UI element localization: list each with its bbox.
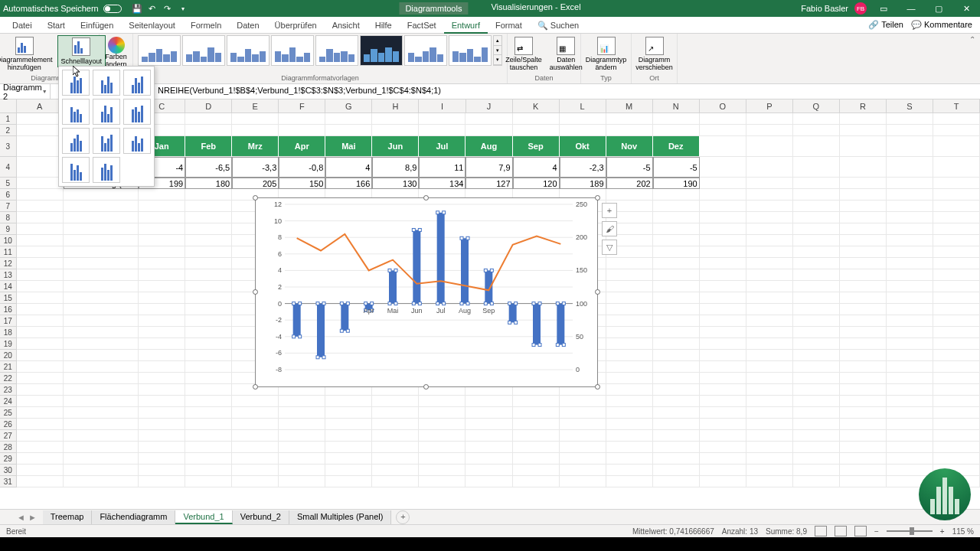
cell[interactable]	[139, 258, 185, 269]
cell[interactable]	[933, 430, 980, 442]
cell[interactable]	[653, 430, 700, 442]
cell[interactable]	[746, 465, 793, 476]
cell[interactable]	[64, 201, 139, 212]
cell[interactable]	[606, 465, 653, 476]
ribbon-tab-start[interactable]: Start	[40, 17, 73, 34]
sheet-tab-verbund-1[interactable]: Verbund_1	[175, 510, 232, 524]
cell[interactable]	[700, 419, 746, 430]
cell[interactable]	[185, 189, 232, 201]
layout-option-1[interactable]	[62, 70, 90, 96]
cell[interactable]	[325, 396, 372, 407]
layout-option-4[interactable]	[62, 99, 90, 125]
cell[interactable]	[700, 246, 746, 258]
cell[interactable]	[466, 396, 512, 407]
cell[interactable]	[933, 281, 980, 292]
cell[interactable]	[606, 327, 653, 338]
cell[interactable]	[887, 136, 933, 157]
cell[interactable]	[139, 396, 185, 407]
autosave-toggle[interactable]: Automatisches Speichern	[3, 4, 122, 13]
cell[interactable]: 4	[513, 157, 560, 178]
cell[interactable]	[419, 113, 466, 125]
cell[interactable]: 190	[653, 178, 700, 189]
cell[interactable]	[746, 223, 793, 235]
cell[interactable]	[887, 281, 933, 292]
cell[interactable]	[840, 315, 887, 327]
cell[interactable]: 180	[185, 178, 232, 189]
cell[interactable]: Okt	[560, 136, 606, 157]
cell[interactable]	[700, 350, 746, 361]
cell[interactable]: Aug	[466, 136, 512, 157]
cell[interactable]	[17, 304, 64, 315]
layout-option-2[interactable]	[93, 70, 120, 96]
row-header-21[interactable]: 21	[0, 361, 17, 373]
cell[interactable]	[17, 407, 64, 419]
cell[interactable]	[279, 442, 325, 453]
cell[interactable]	[185, 212, 232, 223]
cell[interactable]	[17, 453, 64, 465]
cell[interactable]: 189	[560, 178, 606, 189]
cell[interactable]	[933, 350, 980, 361]
cell[interactable]	[606, 189, 653, 201]
cell[interactable]	[325, 407, 372, 419]
row-header-22[interactable]: 22	[0, 373, 17, 384]
cell[interactable]	[232, 419, 279, 430]
ribbon-tab-überprüfen[interactable]: Überprüfen	[267, 17, 325, 34]
quick-layout-button[interactable]: Schnelllayout	[57, 35, 106, 67]
cell[interactable]	[746, 136, 793, 157]
cell[interactable]	[700, 384, 746, 396]
cell[interactable]	[466, 407, 512, 419]
cell[interactable]	[606, 113, 653, 125]
cell[interactable]	[185, 350, 232, 361]
cell[interactable]	[840, 281, 887, 292]
cell[interactable]	[653, 396, 700, 407]
cell[interactable]	[139, 338, 185, 350]
cell[interactable]	[325, 125, 372, 136]
row-header-6[interactable]: 6	[0, 189, 17, 201]
cell[interactable]	[560, 453, 606, 465]
cell[interactable]	[17, 157, 64, 178]
zoom-level[interactable]: 115 %	[952, 527, 974, 536]
chart-style-7[interactable]	[404, 35, 447, 66]
cell[interactable]	[560, 125, 606, 136]
cell[interactable]	[700, 201, 746, 212]
cell[interactable]	[653, 407, 700, 419]
cell[interactable]	[139, 201, 185, 212]
cell[interactable]	[793, 292, 840, 304]
ribbon-tab-einfügen[interactable]: Einfügen	[73, 17, 121, 34]
cell[interactable]	[653, 361, 700, 373]
cell[interactable]	[700, 125, 746, 136]
cell[interactable]	[700, 281, 746, 292]
cell[interactable]	[17, 258, 64, 269]
cell[interactable]	[700, 407, 746, 419]
sheet-nav-next-icon[interactable]: ►	[28, 513, 37, 522]
layout-option-11[interactable]	[93, 157, 120, 183]
cell[interactable]	[64, 246, 139, 258]
cell[interactable]	[64, 407, 139, 419]
cell[interactable]	[793, 442, 840, 453]
cell[interactable]	[513, 442, 560, 453]
cell[interactable]	[139, 281, 185, 292]
cell[interactable]	[653, 246, 700, 258]
col-header-G[interactable]: G	[325, 99, 372, 112]
cell[interactable]	[372, 407, 419, 419]
chart-style-1[interactable]	[138, 35, 181, 66]
col-header-L[interactable]: L	[560, 99, 606, 112]
cell[interactable]	[560, 430, 606, 442]
cell[interactable]	[746, 157, 793, 178]
cell[interactable]	[793, 246, 840, 258]
cell[interactable]	[887, 361, 933, 373]
cell[interactable]	[746, 235, 793, 246]
row-header-31[interactable]: 31	[0, 476, 17, 487]
cell[interactable]	[933, 269, 980, 281]
cell[interactable]	[793, 136, 840, 157]
chart-styles-button[interactable]: 🖌	[602, 221, 617, 236]
cell[interactable]	[17, 315, 64, 327]
cell[interactable]	[185, 201, 232, 212]
cell[interactable]	[933, 361, 980, 373]
cell[interactable]	[653, 384, 700, 396]
cell[interactable]	[419, 125, 466, 136]
cell[interactable]	[933, 407, 980, 419]
cell[interactable]	[793, 125, 840, 136]
cell[interactable]	[606, 442, 653, 453]
cell[interactable]	[185, 269, 232, 281]
